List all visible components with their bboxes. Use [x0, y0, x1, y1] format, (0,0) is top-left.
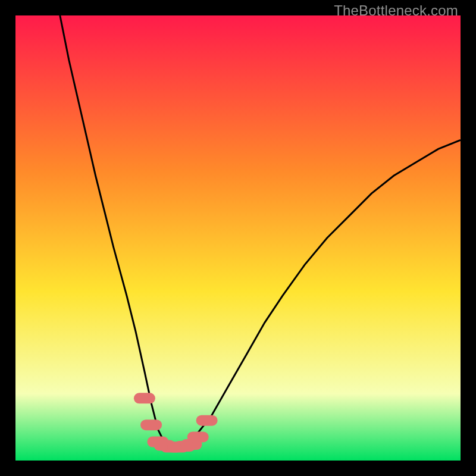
watermark-text: TheBottleneck.com: [334, 2, 458, 19]
gradient-background: [15, 15, 461, 461]
chart-frame: [15, 15, 461, 461]
chart-svg: [15, 15, 461, 461]
